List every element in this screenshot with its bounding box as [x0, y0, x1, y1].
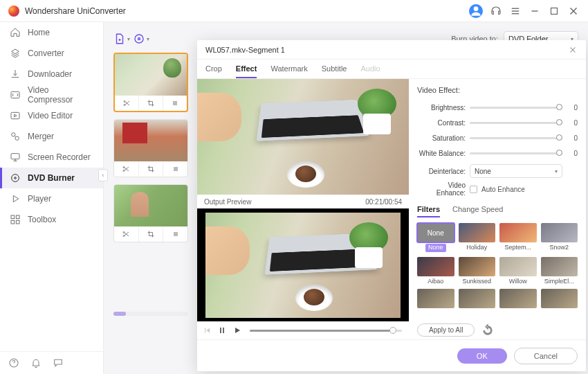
tab-watermark[interactable]: Watermark	[270, 64, 307, 78]
svg-rect-9	[11, 112, 19, 118]
more-icon[interactable]	[163, 96, 187, 111]
editor-dialog: WL057.mkv-Segment 1 CropEffectWatermarkS…	[197, 40, 586, 371]
deinterlace-select[interactable]: None▾	[470, 164, 562, 178]
crop-icon[interactable]	[139, 226, 164, 242]
filter-holiday[interactable]: Holiday	[459, 223, 496, 254]
saturation-slider[interactable]	[470, 137, 562, 139]
filter-label: Septem...	[499, 244, 537, 252]
filter-item-8[interactable]	[417, 289, 454, 318]
filter-label: Willow	[499, 278, 537, 286]
tab-effect[interactable]: Effect	[236, 64, 257, 78]
sidebar-item-video-editor[interactable]: Video Editor	[0, 105, 103, 126]
svg-rect-12	[11, 154, 19, 159]
tab-crop[interactable]: Crop	[205, 64, 222, 78]
sidebar-item-dvd-burner[interactable]: DVD Burner	[0, 168, 103, 188]
svg-point-30	[123, 167, 125, 168]
sidebar-item-video-compressor[interactable]: Video Compressor	[0, 84, 103, 105]
tab-subtitle[interactable]: Subtitle	[322, 64, 347, 78]
playback-slider[interactable]	[250, 330, 402, 332]
crop-icon[interactable]	[139, 96, 163, 111]
filter-none[interactable]: NoneNone	[417, 223, 454, 254]
clip-item[interactable]	[113, 184, 188, 242]
sidebar-item-toolbox[interactable]: Toolbox	[0, 209, 103, 230]
tab-audio: Audio	[360, 64, 380, 78]
titlebar: Wondershare UniConverter	[0, 0, 588, 22]
svg-rect-17	[16, 215, 19, 219]
sidebar-item-label: Video Compressor	[28, 85, 93, 105]
sidebar-item-player[interactable]: Player	[0, 188, 103, 209]
filter-septem[interactable]: Septem...	[499, 223, 537, 254]
filter-label	[541, 310, 578, 318]
more-icon[interactable]	[163, 161, 187, 177]
timestamp: 00:21/00:54	[365, 198, 402, 206]
whitebalance-slider[interactable]	[470, 152, 562, 154]
support-icon[interactable]	[490, 5, 502, 17]
clip-item[interactable]	[113, 119, 188, 177]
maximize-icon[interactable]	[548, 5, 560, 17]
svg-rect-16	[11, 215, 15, 219]
clips-scrollbar[interactable]	[113, 312, 188, 316]
close-icon[interactable]	[567, 5, 580, 17]
auto-enhance-checkbox[interactable]	[470, 186, 477, 193]
editor-close-icon[interactable]	[568, 45, 578, 55]
add-dvd-button[interactable]: ▾	[133, 30, 149, 47]
filter-item-10[interactable]	[499, 289, 537, 318]
output-preview-label: Output Preview	[204, 198, 251, 206]
more-icon[interactable]	[163, 226, 187, 242]
sidebar-item-label: Downloader	[28, 69, 72, 79]
filter-label: Snow2	[541, 244, 578, 252]
sidebar-item-label: Screen Recorder	[28, 152, 91, 162]
brightness-slider[interactable]	[470, 107, 562, 109]
filter-label: Sunkissed	[459, 278, 496, 286]
sidebar-item-home[interactable]: Home	[0, 22, 103, 43]
prev-frame-button[interactable]	[201, 325, 212, 336]
sidebar-item-label: DVD Burner	[28, 173, 75, 183]
sidebar-icon	[10, 89, 21, 100]
ok-button[interactable]: OK	[457, 348, 507, 364]
svg-rect-19	[16, 220, 19, 224]
sidebar-item-screen-recorder[interactable]: Screen Recorder	[0, 147, 103, 168]
feedback-icon[interactable]	[53, 357, 64, 368]
play-button[interactable]	[232, 325, 243, 336]
filter-willow[interactable]: Willow	[499, 257, 537, 286]
trim-icon[interactable]	[115, 96, 139, 111]
filter-simpleel[interactable]: SimpleEl...	[541, 257, 578, 286]
subtab-filters[interactable]: Filters	[417, 205, 440, 217]
sidebar: HomeConverterDownloaderVideo CompressorV…	[0, 22, 104, 374]
filter-item-9[interactable]	[459, 289, 496, 318]
sidebar-item-converter[interactable]: Converter	[0, 43, 103, 64]
filter-sunkissed[interactable]: Sunkissed	[459, 257, 496, 286]
sidebar-item-merger[interactable]: Merger	[0, 126, 103, 147]
trim-icon[interactable]	[114, 161, 139, 177]
pause-button[interactable]	[217, 325, 228, 336]
clip-item[interactable]	[113, 53, 188, 112]
source-preview	[197, 79, 409, 195]
sidebar-item-downloader[interactable]: Downloader	[0, 64, 103, 84]
filter-item-11[interactable]	[541, 289, 578, 318]
video-effect-title: Video Effect:	[417, 86, 578, 94]
apply-to-all-button[interactable]: Apply to All	[417, 323, 475, 337]
filter-snow2[interactable]: Snow2	[541, 223, 578, 254]
account-icon[interactable]	[469, 4, 483, 18]
app-logo	[8, 6, 19, 17]
svg-point-24	[138, 38, 140, 40]
cancel-button[interactable]: Cancel	[514, 348, 578, 364]
svg-rect-5	[551, 8, 558, 14]
subtab-change-speed[interactable]: Change Speed	[452, 205, 503, 217]
minimize-icon[interactable]	[529, 5, 541, 17]
svg-rect-18	[11, 220, 15, 224]
sidebar-icon	[10, 27, 21, 38]
crop-icon[interactable]	[139, 161, 164, 177]
svg-point-23	[135, 35, 143, 43]
bell-icon[interactable]	[30, 357, 42, 368]
clip-thumbnail	[115, 54, 187, 96]
help-icon[interactable]	[8, 357, 19, 368]
contrast-slider[interactable]	[470, 122, 562, 124]
add-file-button[interactable]: ▾	[113, 30, 130, 47]
reset-filters-icon[interactable]	[481, 324, 494, 337]
menu-icon[interactable]	[509, 5, 522, 17]
trim-icon[interactable]	[114, 226, 139, 242]
svg-point-11	[15, 136, 19, 140]
filter-aibao[interactable]: Aibao	[417, 257, 454, 286]
sidebar-icon	[10, 193, 21, 204]
